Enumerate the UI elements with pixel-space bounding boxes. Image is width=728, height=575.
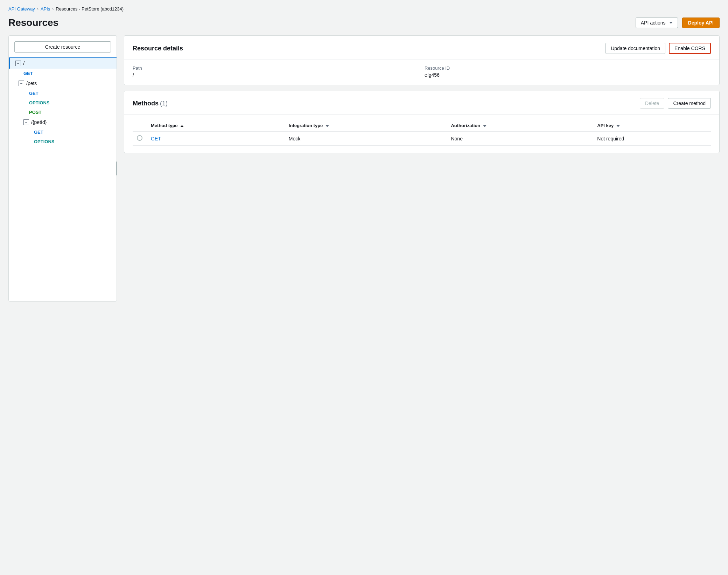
method-type-column-header[interactable]: Method type — [147, 120, 285, 131]
collapse-icon-pets: − — [19, 81, 24, 86]
integration-type-column-header[interactable]: Integration type — [285, 120, 447, 131]
resource-details-divider — [124, 60, 719, 60]
resource-details-actions: Update documentation Enable CORS — [606, 43, 711, 54]
tree-method-pets-options[interactable]: OPTIONS — [9, 98, 117, 108]
methods-title-group: Methods (1) — [133, 100, 168, 107]
breadcrumb-api-gateway[interactable]: API Gateway — [8, 6, 35, 12]
tree-method-root-get[interactable]: GET — [9, 69, 117, 78]
tree-item-pets[interactable]: − /pets — [9, 78, 117, 89]
row-radio-button[interactable] — [137, 135, 142, 141]
delete-method-button[interactable]: Delete — [640, 98, 664, 109]
tree-method-pets-post[interactable]: POST — [9, 108, 117, 117]
resource-tree: − / GET − /pets GET OPTIONS POST − — [9, 58, 117, 146]
resource-details-card: Resource details Update documentation En… — [124, 35, 720, 85]
methods-count: (1) — [160, 100, 168, 107]
create-resource-button[interactable]: Create resource — [14, 41, 111, 53]
header-actions: API actions Deploy API — [636, 18, 720, 28]
enable-cors-button[interactable]: Enable CORS — [669, 43, 711, 54]
create-method-button[interactable]: Create method — [668, 98, 711, 109]
breadcrumb-separator-1: › — [37, 7, 38, 12]
table-row: GET Mock None Not required — [133, 131, 711, 146]
breadcrumb-current: Resources - PetStore (abcd1234) — [56, 6, 124, 12]
authorization-column-header[interactable]: Authorization — [447, 120, 593, 131]
tree-method-pets-get[interactable]: GET — [9, 89, 117, 98]
authorization-sort-icon — [483, 125, 486, 127]
tree-label-pets: /pets — [26, 81, 37, 86]
resource-id-label: Resource ID — [425, 65, 711, 71]
methods-actions: Delete Create method — [640, 98, 711, 109]
methods-header: Methods (1) Delete Create method — [133, 98, 711, 109]
tree-method-petid-get[interactable]: GET — [9, 127, 117, 137]
resource-details-title: Resource details — [133, 45, 183, 52]
tree-label-root: / — [23, 60, 24, 66]
methods-table: Method type Integration type Authorizati… — [133, 120, 711, 146]
api-key-cell: Not required — [593, 131, 711, 146]
api-actions-label: API actions — [641, 20, 666, 26]
deploy-api-button[interactable]: Deploy API — [682, 18, 720, 28]
row-radio-cell[interactable] — [133, 131, 147, 146]
methods-title: Methods — [133, 100, 159, 107]
page-title: Resources — [8, 17, 58, 28]
chevron-down-icon — [669, 22, 673, 24]
method-type-cell: GET — [147, 131, 285, 146]
resource-id-value: efg456 — [425, 72, 440, 78]
select-column-header — [133, 120, 147, 131]
api-key-column-header[interactable]: API key — [593, 120, 711, 131]
integration-type-cell: Mock — [285, 131, 447, 146]
path-group: Path / — [133, 65, 419, 78]
api-actions-button[interactable]: API actions — [636, 18, 678, 28]
methods-card: Methods (1) Delete Create method — [124, 91, 720, 153]
resize-handle-bar — [116, 161, 117, 175]
tree-item-petid[interactable]: − /{petId} — [9, 117, 117, 127]
path-label: Path — [133, 65, 419, 71]
tree-item-root[interactable]: − / — [9, 58, 117, 69]
breadcrumb-apis[interactable]: APIs — [41, 6, 50, 12]
breadcrumb: API Gateway › APIs › Resources - PetStor… — [8, 6, 720, 12]
path-value: / — [133, 72, 134, 78]
methods-table-header-row: Method type Integration type Authorizati… — [133, 120, 711, 131]
resize-handle[interactable] — [115, 36, 118, 301]
tree-method-petid-options[interactable]: OPTIONS — [9, 137, 117, 146]
collapse-icon-root: − — [15, 61, 21, 66]
breadcrumb-separator-2: › — [52, 7, 54, 12]
resource-details-grid: Path / Resource ID efg456 — [133, 65, 711, 78]
method-type-link[interactable]: GET — [151, 136, 161, 141]
authorization-cell: None — [447, 131, 593, 146]
collapse-icon-petid: − — [23, 119, 29, 125]
update-documentation-button[interactable]: Update documentation — [606, 43, 665, 54]
integration-type-sort-icon — [326, 125, 329, 127]
left-panel: Create resource − / GET − /pets GET O — [8, 35, 117, 302]
methods-divider — [124, 114, 719, 115]
tree-label-petid: /{petId} — [31, 119, 47, 125]
page-header: Resources API actions Deploy API — [8, 17, 720, 28]
main-layout: Create resource − / GET − /pets GET O — [8, 35, 720, 302]
method-type-sort-icon — [180, 125, 184, 127]
resource-id-group: Resource ID efg456 — [425, 65, 711, 78]
right-panel: Resource details Update documentation En… — [117, 35, 720, 153]
page-wrapper: API Gateway › APIs › Resources - PetStor… — [0, 0, 728, 310]
resource-details-header: Resource details Update documentation En… — [133, 43, 711, 54]
api-key-sort-icon — [616, 125, 620, 127]
